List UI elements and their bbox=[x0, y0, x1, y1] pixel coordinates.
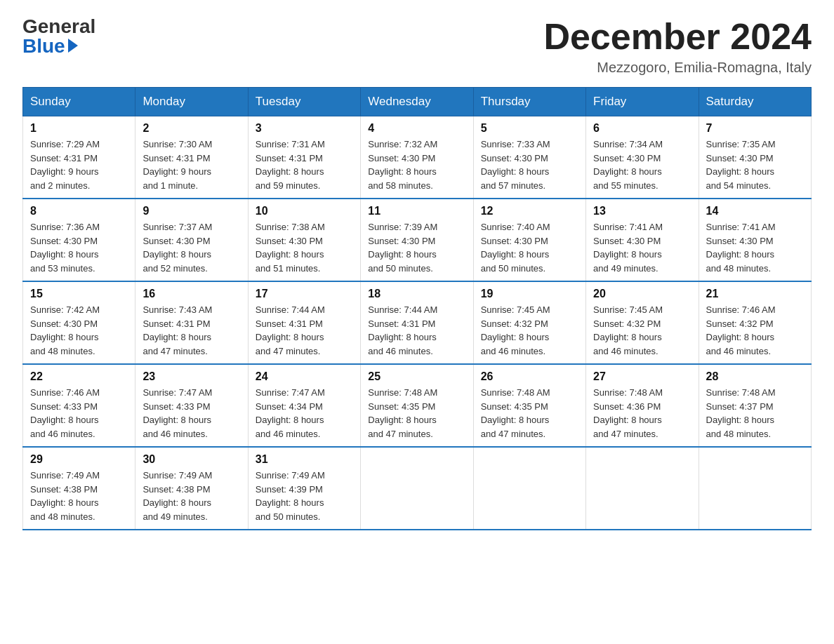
day-info: Sunrise: 7:36 AM Sunset: 4:30 PM Dayligh… bbox=[30, 220, 128, 275]
calendar-cell: 2 Sunrise: 7:30 AM Sunset: 4:31 PM Dayli… bbox=[135, 116, 248, 199]
day-info: Sunrise: 7:31 AM Sunset: 4:31 PM Dayligh… bbox=[256, 137, 353, 192]
day-number: 28 bbox=[706, 370, 804, 383]
calendar-cell: 14 Sunrise: 7:41 AM Sunset: 4:30 PM Dayl… bbox=[699, 199, 811, 281]
col-friday: Friday bbox=[586, 88, 699, 116]
calendar-week-row: 8 Sunrise: 7:36 AM Sunset: 4:30 PM Dayli… bbox=[23, 199, 812, 281]
day-number: 20 bbox=[593, 288, 691, 300]
calendar-cell: 6 Sunrise: 7:34 AM Sunset: 4:30 PM Dayli… bbox=[586, 116, 699, 199]
calendar-cell bbox=[473, 447, 585, 530]
calendar-cell: 4 Sunrise: 7:32 AM Sunset: 4:30 PM Dayli… bbox=[361, 116, 473, 199]
calendar-cell: 1 Sunrise: 7:29 AM Sunset: 4:31 PM Dayli… bbox=[23, 116, 135, 199]
day-info: Sunrise: 7:47 AM Sunset: 4:34 PM Dayligh… bbox=[256, 386, 353, 441]
day-info: Sunrise: 7:46 AM Sunset: 4:33 PM Dayligh… bbox=[30, 386, 128, 441]
calendar-cell: 30 Sunrise: 7:49 AM Sunset: 4:38 PM Dayl… bbox=[135, 447, 248, 530]
day-info: Sunrise: 7:41 AM Sunset: 4:30 PM Dayligh… bbox=[706, 220, 804, 275]
calendar-cell: 29 Sunrise: 7:49 AM Sunset: 4:38 PM Dayl… bbox=[23, 447, 135, 530]
day-number: 27 bbox=[593, 370, 691, 383]
day-info: Sunrise: 7:35 AM Sunset: 4:30 PM Dayligh… bbox=[706, 137, 804, 192]
day-number: 12 bbox=[481, 205, 578, 217]
col-saturday: Saturday bbox=[699, 88, 811, 116]
day-info: Sunrise: 7:49 AM Sunset: 4:38 PM Dayligh… bbox=[30, 469, 128, 523]
day-info: Sunrise: 7:39 AM Sunset: 4:30 PM Dayligh… bbox=[368, 220, 465, 275]
day-number: 7 bbox=[706, 122, 804, 135]
calendar-cell: 27 Sunrise: 7:48 AM Sunset: 4:36 PM Dayl… bbox=[586, 364, 699, 447]
day-info: Sunrise: 7:45 AM Sunset: 4:32 PM Dayligh… bbox=[593, 303, 691, 358]
day-info: Sunrise: 7:45 AM Sunset: 4:32 PM Dayligh… bbox=[481, 303, 578, 358]
day-number: 3 bbox=[256, 122, 353, 135]
col-tuesday: Tuesday bbox=[248, 88, 360, 116]
day-number: 17 bbox=[256, 288, 353, 300]
calendar-cell: 9 Sunrise: 7:37 AM Sunset: 4:30 PM Dayli… bbox=[135, 199, 248, 281]
col-sunday: Sunday bbox=[23, 88, 135, 116]
day-number: 11 bbox=[368, 205, 465, 217]
col-thursday: Thursday bbox=[473, 88, 585, 116]
calendar-cell: 11 Sunrise: 7:39 AM Sunset: 4:30 PM Dayl… bbox=[361, 199, 473, 281]
day-number: 31 bbox=[256, 453, 353, 466]
calendar-table: Sunday Monday Tuesday Wednesday Thursday… bbox=[22, 87, 812, 530]
day-number: 18 bbox=[368, 288, 465, 300]
day-info: Sunrise: 7:47 AM Sunset: 4:33 PM Dayligh… bbox=[143, 386, 240, 441]
calendar-header-row: Sunday Monday Tuesday Wednesday Thursday… bbox=[23, 88, 812, 116]
day-info: Sunrise: 7:46 AM Sunset: 4:32 PM Dayligh… bbox=[706, 303, 804, 358]
calendar-week-row: 29 Sunrise: 7:49 AM Sunset: 4:38 PM Dayl… bbox=[23, 447, 812, 530]
calendar-cell: 15 Sunrise: 7:42 AM Sunset: 4:30 PM Dayl… bbox=[23, 281, 135, 364]
logo: General Blue bbox=[22, 17, 95, 56]
calendar-cell: 24 Sunrise: 7:47 AM Sunset: 4:34 PM Dayl… bbox=[248, 364, 360, 447]
day-number: 8 bbox=[30, 205, 128, 217]
day-number: 24 bbox=[256, 370, 353, 383]
month-title: December 2024 bbox=[543, 17, 812, 57]
day-info: Sunrise: 7:43 AM Sunset: 4:31 PM Dayligh… bbox=[143, 303, 240, 358]
calendar-cell: 21 Sunrise: 7:46 AM Sunset: 4:32 PM Dayl… bbox=[699, 281, 811, 364]
day-info: Sunrise: 7:34 AM Sunset: 4:30 PM Dayligh… bbox=[593, 137, 691, 192]
day-number: 9 bbox=[143, 205, 240, 217]
day-info: Sunrise: 7:38 AM Sunset: 4:30 PM Dayligh… bbox=[256, 220, 353, 275]
day-number: 22 bbox=[30, 370, 128, 383]
calendar-cell bbox=[361, 447, 473, 530]
calendar-cell: 17 Sunrise: 7:44 AM Sunset: 4:31 PM Dayl… bbox=[248, 281, 360, 364]
day-number: 5 bbox=[481, 122, 578, 135]
day-number: 16 bbox=[143, 288, 240, 300]
day-number: 1 bbox=[30, 122, 128, 135]
day-number: 21 bbox=[706, 288, 804, 300]
day-number: 14 bbox=[706, 205, 804, 217]
day-info: Sunrise: 7:41 AM Sunset: 4:30 PM Dayligh… bbox=[593, 220, 691, 275]
calendar-cell: 10 Sunrise: 7:38 AM Sunset: 4:30 PM Dayl… bbox=[248, 199, 360, 281]
col-monday: Monday bbox=[135, 88, 248, 116]
calendar-cell: 22 Sunrise: 7:46 AM Sunset: 4:33 PM Dayl… bbox=[23, 364, 135, 447]
day-info: Sunrise: 7:44 AM Sunset: 4:31 PM Dayligh… bbox=[368, 303, 465, 358]
day-number: 2 bbox=[143, 122, 240, 135]
logo-triangle-icon bbox=[68, 39, 78, 53]
calendar-cell: 13 Sunrise: 7:41 AM Sunset: 4:30 PM Dayl… bbox=[586, 199, 699, 281]
calendar-cell: 26 Sunrise: 7:48 AM Sunset: 4:35 PM Dayl… bbox=[473, 364, 585, 447]
location-text: Mezzogoro, Emilia-Romagna, Italy bbox=[543, 60, 812, 76]
calendar-week-row: 15 Sunrise: 7:42 AM Sunset: 4:30 PM Dayl… bbox=[23, 281, 812, 364]
calendar-cell: 20 Sunrise: 7:45 AM Sunset: 4:32 PM Dayl… bbox=[586, 281, 699, 364]
logo-blue-text: Blue bbox=[22, 36, 78, 56]
day-number: 19 bbox=[481, 288, 578, 300]
day-info: Sunrise: 7:48 AM Sunset: 4:37 PM Dayligh… bbox=[706, 386, 804, 441]
day-number: 23 bbox=[143, 370, 240, 383]
calendar-cell: 18 Sunrise: 7:44 AM Sunset: 4:31 PM Dayl… bbox=[361, 281, 473, 364]
calendar-cell: 16 Sunrise: 7:43 AM Sunset: 4:31 PM Dayl… bbox=[135, 281, 248, 364]
day-number: 30 bbox=[143, 453, 240, 466]
calendar-cell: 5 Sunrise: 7:33 AM Sunset: 4:30 PM Dayli… bbox=[473, 116, 585, 199]
calendar-cell bbox=[586, 447, 699, 530]
day-number: 10 bbox=[256, 205, 353, 217]
calendar-cell: 12 Sunrise: 7:40 AM Sunset: 4:30 PM Dayl… bbox=[473, 199, 585, 281]
day-info: Sunrise: 7:29 AM Sunset: 4:31 PM Dayligh… bbox=[30, 137, 128, 192]
day-info: Sunrise: 7:37 AM Sunset: 4:30 PM Dayligh… bbox=[143, 220, 240, 275]
day-number: 4 bbox=[368, 122, 465, 135]
calendar-cell bbox=[699, 447, 811, 530]
day-info: Sunrise: 7:48 AM Sunset: 4:35 PM Dayligh… bbox=[368, 386, 465, 441]
calendar-week-row: 1 Sunrise: 7:29 AM Sunset: 4:31 PM Dayli… bbox=[23, 116, 812, 199]
logo-general-text: General bbox=[22, 17, 95, 36]
calendar-week-row: 22 Sunrise: 7:46 AM Sunset: 4:33 PM Dayl… bbox=[23, 364, 812, 447]
calendar-cell: 7 Sunrise: 7:35 AM Sunset: 4:30 PM Dayli… bbox=[699, 116, 811, 199]
calendar-cell: 25 Sunrise: 7:48 AM Sunset: 4:35 PM Dayl… bbox=[361, 364, 473, 447]
day-info: Sunrise: 7:33 AM Sunset: 4:30 PM Dayligh… bbox=[481, 137, 578, 192]
day-number: 25 bbox=[368, 370, 465, 383]
day-info: Sunrise: 7:44 AM Sunset: 4:31 PM Dayligh… bbox=[256, 303, 353, 358]
calendar-cell: 31 Sunrise: 7:49 AM Sunset: 4:39 PM Dayl… bbox=[248, 447, 360, 530]
day-number: 6 bbox=[593, 122, 691, 135]
calendar-cell: 19 Sunrise: 7:45 AM Sunset: 4:32 PM Dayl… bbox=[473, 281, 585, 364]
